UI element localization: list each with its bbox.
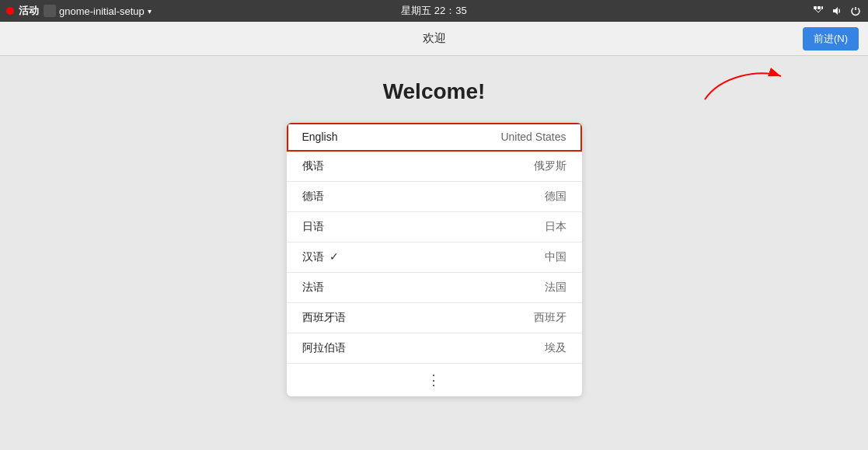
welcome-heading: Welcome!: [383, 79, 486, 104]
language-list: EnglishUnited States俄语俄罗斯德语德国日语日本汉语 ✓中国法…: [287, 123, 582, 396]
lang-region: 法国: [545, 281, 566, 295]
lang-name: English: [302, 131, 338, 143]
lang-row[interactable]: 法语法国: [287, 273, 582, 303]
header-title: 欢迎: [423, 31, 446, 46]
next-button[interactable]: 前进(N): [803, 27, 859, 51]
headerbar: 欢迎 前进(N): [0, 22, 868, 56]
lang-row[interactable]: 西班牙语西班牙: [287, 303, 582, 333]
lang-name: 俄语: [302, 159, 324, 173]
app-menu-chevron[interactable]: ▾: [148, 7, 152, 16]
lang-row[interactable]: 阿拉伯语埃及: [287, 333, 582, 364]
red-dot-icon: [6, 7, 14, 15]
lang-region: 俄罗斯: [534, 159, 566, 173]
topbar: 活动 gnome-initial-setup ▾ 星期五 22：35: [0, 0, 868, 22]
checkmark-icon: ✓: [327, 250, 340, 263]
volume-icon[interactable]: [831, 5, 843, 17]
svg-rect-1: [817, 6, 821, 9]
lang-region: 日本: [545, 220, 566, 234]
svg-marker-3: [833, 7, 838, 15]
topbar-right: [812, 5, 862, 17]
lang-region: United States: [500, 131, 566, 143]
lang-name: 日语: [302, 220, 324, 234]
activities-button[interactable]: 活动: [19, 4, 39, 18]
lang-row[interactable]: 日语日本: [287, 212, 582, 242]
lang-name: 德语: [302, 190, 324, 204]
lang-region: 埃及: [545, 341, 566, 355]
more-options-button[interactable]: ⋮: [287, 364, 582, 396]
lang-name: 汉语 ✓: [302, 250, 340, 264]
lang-name: 西班牙语: [302, 311, 346, 325]
lang-region: 德国: [545, 190, 566, 204]
lang-region: 中国: [545, 250, 566, 264]
power-icon[interactable]: [849, 5, 862, 17]
svg-rect-2: [821, 6, 823, 9]
app-name-area: gnome-initial-setup ▾: [44, 5, 152, 17]
lang-row[interactable]: EnglishUnited States: [287, 123, 582, 152]
lang-name: 法语: [302, 281, 324, 295]
app-name-label: gnome-initial-setup: [59, 5, 145, 17]
lang-row[interactable]: 俄语俄罗斯: [287, 152, 582, 182]
lang-row[interactable]: 汉语 ✓中国: [287, 242, 582, 273]
app-icon: [44, 5, 56, 17]
lang-name: 阿拉伯语: [302, 341, 346, 355]
network-icon[interactable]: [812, 5, 824, 17]
main-content: Welcome! EnglishUnited States俄语俄罗斯德语德国日语…: [0, 56, 868, 450]
topbar-left: 活动 gnome-initial-setup ▾: [6, 4, 152, 18]
topbar-clock: 星期五 22：35: [401, 4, 467, 18]
svg-rect-0: [814, 6, 817, 9]
lang-row[interactable]: 德语德国: [287, 182, 582, 212]
lang-region: 西班牙: [534, 311, 566, 325]
